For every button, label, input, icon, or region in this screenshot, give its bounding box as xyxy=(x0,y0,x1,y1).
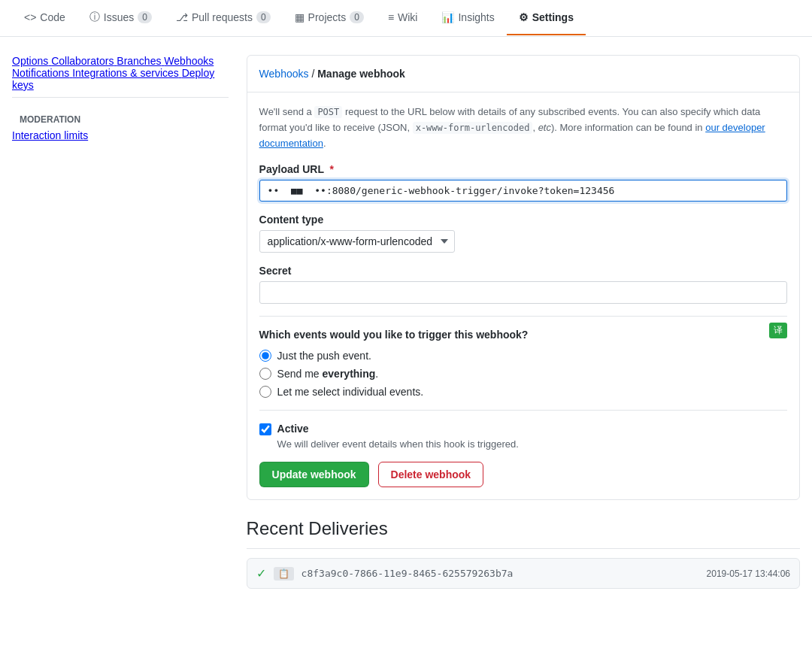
card-header: Webhooks / Manage webhook xyxy=(247,56,799,92)
secret-label: Secret xyxy=(259,265,787,277)
payload-url-label: Payload URL * xyxy=(259,163,787,175)
nav-issues[interactable]: ⓘ Issues 0 xyxy=(77,0,164,36)
page-title: Manage webhook xyxy=(317,68,405,80)
nav-projects[interactable]: ▦ Projects 0 xyxy=(283,1,376,35)
radio-individual: Let me select individual events. xyxy=(259,386,787,398)
issues-badge: 0 xyxy=(138,11,152,23)
projects-badge: 0 xyxy=(350,11,364,23)
delete-webhook-button[interactable]: Delete webhook xyxy=(378,462,484,487)
update-webhook-button[interactable]: Update webhook xyxy=(259,462,369,487)
translate-badge: 译 xyxy=(769,323,787,338)
radio-input-just-push[interactable] xyxy=(259,350,271,362)
radio-everything: Send me everything. xyxy=(259,368,787,380)
active-label: Active xyxy=(277,423,309,435)
sidebar-item-interaction-limits[interactable]: Interaction limits xyxy=(12,129,88,141)
radio-input-everything[interactable] xyxy=(259,368,271,380)
delivery-row[interactable]: ✓ 📋 c8f3a9c0-7866-11e9-8465-625579263b7a… xyxy=(247,558,800,589)
recent-deliveries-section: Recent Deliveries ✓ 📋 c8f3a9c0-7866-11e9… xyxy=(247,518,800,589)
sidebar-item-notifications[interactable]: Notifications xyxy=(12,67,72,79)
payload-url-group: Payload URL * xyxy=(259,163,787,202)
breadcrumb-link[interactable]: Webhooks xyxy=(259,68,309,80)
secret-group: Secret xyxy=(259,265,787,304)
events-question-group: Which events would you like to trigger t… xyxy=(259,329,787,398)
top-nav: <> Code ⓘ Issues 0 ⎇ Pull requests 0 ▦ P… xyxy=(0,0,812,37)
form-actions: Update webhook Delete webhook xyxy=(259,462,787,487)
sidebar: Options Collaborators Branches Webhooks … xyxy=(12,55,229,589)
delivery-timestamp: 2019-05-17 13:44:06 xyxy=(707,568,790,579)
events-question: Which events would you like to trigger t… xyxy=(259,329,787,341)
required-indicator: * xyxy=(330,163,334,175)
code-icon: <> xyxy=(24,11,36,23)
projects-icon: ▦ xyxy=(295,11,304,23)
active-description: We will deliver event details when this … xyxy=(277,438,787,450)
sidebar-item-integrations[interactable]: Integrations & services xyxy=(72,67,182,79)
nav-insights[interactable]: 📊 Insights xyxy=(429,1,506,35)
secret-input[interactable] xyxy=(259,281,787,304)
nav-wiki[interactable]: ≡ Wiki xyxy=(376,1,430,35)
radio-just-push: Just the push event. xyxy=(259,350,787,362)
main-content: Webhooks / Manage webhook We'll send a P… xyxy=(247,55,800,589)
sidebar-item-collaborators[interactable]: Collaborators xyxy=(51,55,117,67)
settings-icon: ⚙ xyxy=(519,11,529,23)
webhook-card: Webhooks / Manage webhook We'll send a P… xyxy=(247,55,800,500)
moderation-header: Moderation xyxy=(12,110,229,129)
nav-pull-requests[interactable]: ⎇ Pull requests 0 xyxy=(164,1,283,35)
nav-code[interactable]: <> Code xyxy=(12,1,77,35)
insights-icon: 📊 xyxy=(441,11,454,23)
content-type-group: Content type application/x-www-form-urle… xyxy=(259,214,787,253)
delivery-success-icon: ✓ xyxy=(256,566,266,581)
content-type-label: Content type xyxy=(259,214,787,226)
nav-settings[interactable]: ⚙ Settings xyxy=(507,1,586,35)
radio-input-individual[interactable] xyxy=(259,386,271,398)
sidebar-item-options[interactable]: Options xyxy=(12,55,51,67)
webhook-description: We'll send a POST request to the URL bel… xyxy=(259,105,787,151)
sidebar-item-branches[interactable]: Branches xyxy=(117,55,164,67)
pull-requests-icon: ⎇ xyxy=(176,11,188,23)
sidebar-item-webhooks[interactable]: Webhooks xyxy=(164,55,214,67)
delivery-id: c8f3a9c0-7866-11e9-8465-625579263b7a xyxy=(301,568,514,579)
recent-deliveries-title: Recent Deliveries xyxy=(247,518,800,539)
delivery-type-icon: 📋 xyxy=(274,567,294,581)
active-checkbox[interactable] xyxy=(259,423,271,435)
issues-icon: ⓘ xyxy=(89,11,100,24)
pull-requests-badge: 0 xyxy=(256,11,271,23)
payload-url-input[interactable] xyxy=(259,180,787,202)
active-group: Active We will deliver event details whe… xyxy=(259,423,787,450)
content-type-select[interactable]: application/x-www-form-urlencoded applic… xyxy=(259,230,455,253)
wiki-icon: ≡ xyxy=(388,11,394,23)
